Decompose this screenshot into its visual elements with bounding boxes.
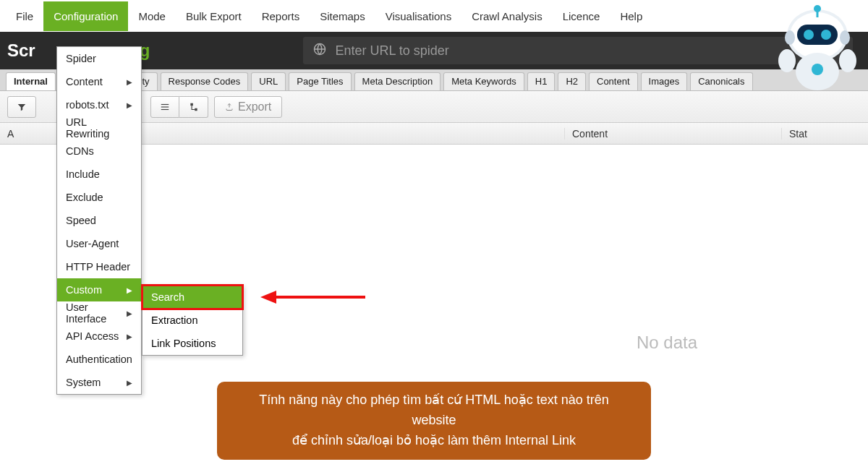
dd-authentication[interactable]: Authentication (57, 348, 141, 371)
mascot-robot-icon (752, 0, 868, 104)
svg-point-11 (804, 30, 814, 40)
menu-bulk-export[interactable]: Bulk Export (176, 1, 252, 31)
tab-content[interactable]: Content (589, 72, 638, 90)
tree-view-button[interactable] (179, 96, 208, 118)
svg-point-20 (840, 30, 850, 45)
dd-exclude[interactable]: Exclude (57, 186, 141, 209)
tab-meta-keywords[interactable]: Meta Keywords (443, 72, 524, 90)
dd-user-agent[interactable]: User-Agent (57, 232, 141, 255)
chevron-right-icon: ▶ (127, 78, 132, 86)
chevron-right-icon: ▶ (127, 379, 132, 387)
menu-licence[interactable]: Licence (553, 1, 610, 31)
dd-api-access[interactable]: API Access▶ (57, 325, 141, 348)
view-toggle-group (150, 96, 208, 118)
menu-reports[interactable]: Reports (252, 1, 310, 31)
dd-http-header[interactable]: HTTP Header (57, 255, 141, 278)
menu-sitemaps[interactable]: Sitemaps (310, 1, 375, 31)
tab-internal[interactable]: Internal (6, 72, 56, 90)
caption-line1: Tính năng này cho phép tìm bất cứ HTML h… (236, 390, 632, 431)
dd-user-interface[interactable]: User Interface▶ (57, 301, 141, 325)
tab-h1[interactable]: H1 (527, 72, 556, 90)
dd-cdns[interactable]: CDNs (57, 140, 141, 163)
submenu-search[interactable]: Search (142, 286, 242, 309)
dd-content[interactable]: Content▶ (57, 70, 141, 93)
column-content[interactable]: Content (565, 128, 782, 140)
caption-line2: để chỉnh sửa/loại bỏ hoặc làm thêm Inter… (236, 431, 632, 451)
tab-h2[interactable]: H2 (558, 72, 586, 90)
svg-point-17 (778, 49, 796, 72)
tab-response-codes[interactable]: Response Codes (161, 72, 249, 90)
svg-rect-2 (161, 106, 169, 107)
tab-canonicals[interactable]: Canonicals (690, 72, 752, 90)
no-data-label: No data (637, 333, 697, 353)
submenu-extraction[interactable]: Extraction (142, 309, 242, 332)
svg-rect-5 (195, 108, 197, 111)
globe-icon (313, 43, 326, 59)
menu-visualisations[interactable]: Visualisations (375, 1, 461, 31)
tab-meta-description[interactable]: Meta Description (354, 72, 441, 90)
svg-point-13 (814, 5, 821, 12)
tab-page-titles[interactable]: Page Titles (289, 72, 351, 90)
menu-mode[interactable]: Mode (128, 1, 176, 31)
svg-point-19 (785, 30, 795, 45)
menu-configuration[interactable]: Configuration (43, 1, 128, 31)
chevron-right-icon: ▶ (127, 286, 132, 294)
chevron-right-icon: ▶ (127, 333, 132, 340)
svg-rect-1 (161, 103, 169, 104)
dd-speed[interactable]: Speed (57, 209, 141, 232)
annotation-caption: Tính năng này cho phép tìm bất cứ HTML h… (217, 382, 651, 460)
dd-include[interactable]: Include (57, 163, 141, 186)
svg-rect-3 (161, 108, 169, 109)
chevron-right-icon: ▶ (127, 309, 132, 317)
tab-images[interactable]: Images (641, 72, 688, 90)
svg-marker-7 (260, 291, 276, 304)
svg-point-12 (821, 30, 831, 40)
filter-button[interactable] (7, 96, 36, 118)
dd-custom[interactable]: Custom▶ (57, 278, 141, 301)
list-view-button[interactable] (150, 96, 179, 118)
dd-spider[interactable]: Spider (57, 47, 141, 70)
svg-point-16 (812, 64, 823, 75)
submenu-link-positions[interactable]: Link Positions (142, 332, 242, 355)
configuration-dropdown: Spider Content▶ robots.txt▶ URL Rewritin… (56, 46, 142, 395)
menu-crawl-analysis[interactable]: Crawl Analysis (461, 1, 553, 31)
svg-rect-4 (190, 103, 193, 106)
menu-file[interactable]: File (6, 1, 43, 31)
annotation-arrow (260, 286, 369, 311)
column-status[interactable]: Stat (782, 128, 868, 140)
svg-point-18 (839, 49, 856, 72)
logo-part1: Scr (7, 40, 35, 61)
export-label: Export (238, 100, 271, 113)
dd-system[interactable]: System▶ (57, 371, 141, 394)
svg-rect-10 (797, 25, 838, 45)
tab-url[interactable]: URL (251, 72, 286, 90)
dd-url-rewriting[interactable]: URL Rewriting (57, 116, 141, 140)
dd-robots[interactable]: robots.txt▶ (57, 93, 141, 116)
custom-submenu: Search Extraction Link Positions (142, 285, 243, 356)
chevron-right-icon: ▶ (127, 101, 132, 109)
export-button[interactable]: Export (214, 96, 282, 118)
menu-help[interactable]: Help (610, 1, 652, 31)
menubar: File Configuration Mode Bulk Export Repo… (0, 0, 868, 32)
